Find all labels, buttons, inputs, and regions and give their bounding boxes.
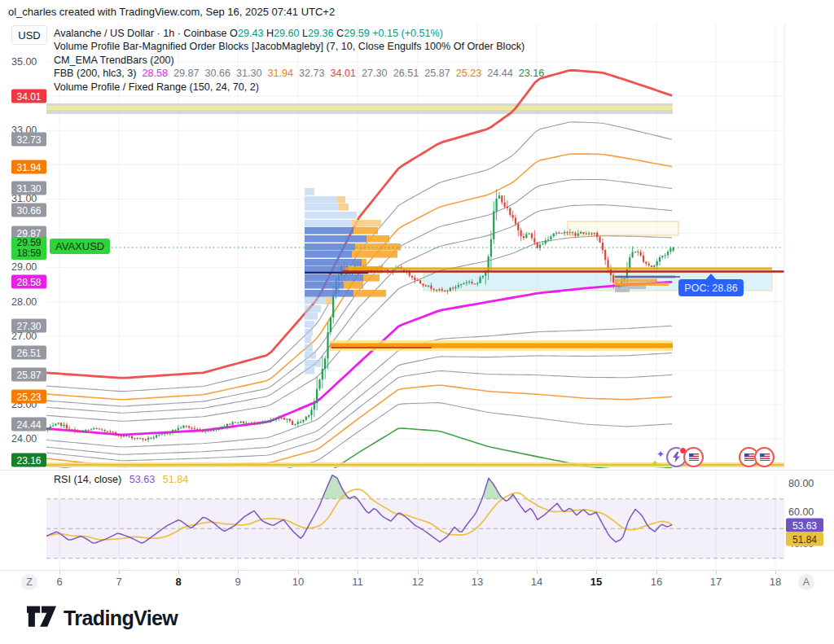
time-axis-label: 7 [116, 576, 121, 588]
price-level-badge: 31.30 [11, 182, 46, 195]
fbb-band-value: 30.66 [205, 68, 231, 79]
rsi-pane[interactable] [0, 471, 834, 570]
tradingview-chart-page: ol_charles created with TradingView.com,… [0, 0, 834, 644]
open-label: O [230, 28, 238, 39]
fbb-band-value: 26.51 [393, 68, 419, 79]
price-level-badge: 24.44 [11, 418, 46, 432]
time-axis-label: 10 [292, 576, 304, 588]
rsi-value: 53.63 [129, 474, 156, 485]
time-axis-tick [178, 571, 179, 574]
time-axis[interactable]: Z6789101112131415161718A [0, 570, 834, 594]
fbb-band-value: 28.58 [143, 68, 169, 79]
lightning-bolt-icon [672, 452, 681, 462]
rsi-label: RSI [54, 474, 71, 485]
pane-divider[interactable] [0, 470, 834, 471]
time-axis-tick [418, 571, 419, 574]
fbb-band-value: 29.87 [173, 68, 200, 79]
legend-indicator-cm-ema[interactable]: CM_EMA TrendBars (200) [54, 54, 544, 67]
time-axis-tick [716, 571, 717, 574]
us-flag-event-icon[interactable] [683, 447, 704, 467]
time-axis-label: 12 [412, 576, 424, 588]
chart-legend: Avalanche / US Dollar · 1h · Coinbase O2… [54, 27, 544, 94]
currency-toggle-button[interactable]: USD [11, 25, 47, 45]
fbb-band-value: 25.87 [424, 68, 450, 79]
change-value: +0.15 (+0.51%) [372, 28, 443, 39]
fbb-band-value: 24.44 [487, 68, 513, 79]
fbb-band-values: 28.5829.8730.6631.3031.9432.7334.0127.30… [137, 68, 545, 79]
symbol-title: Avalanche / US Dollar · 1h · Coinbase [54, 28, 227, 39]
time-axis-tick [656, 571, 657, 574]
fbb-band-value: 23.16 [519, 68, 545, 79]
time-axis-label: 8 [175, 576, 181, 588]
time-axis-tick [238, 571, 239, 574]
price-axis-label: 28.00 [11, 296, 37, 308]
price-level-badge: 27.30 [11, 319, 46, 333]
rsi-canvas [0, 471, 834, 570]
fbb-band-value: 34.01 [331, 68, 357, 79]
rsi-value-badge: 51.84 [786, 532, 823, 546]
high-value: 29.60 [274, 28, 300, 39]
us-flag-icon [760, 453, 770, 461]
sparkle-lime-icon: ✦ [652, 458, 658, 467]
price-level-badge: 31.94 [11, 160, 46, 174]
price-level-badge: 25.23 [11, 390, 46, 404]
tradingview-logo-text: TradingView [64, 607, 178, 630]
tradingview-logo-mark [27, 606, 56, 630]
rsi-value-badge: 53.63 [786, 519, 823, 532]
rsi-axis-label: 60.00 [788, 506, 814, 518]
price-scale-axis[interactable]: 35.0033.0031.0029.0028.0027.0025.0024.00… [0, 0, 46, 644]
time-axis-tick [358, 571, 358, 574]
legend-indicator-fixed-range[interactable]: Volume Profile / Fixed Range (150, 24, 7… [54, 81, 544, 94]
time-axis-tick [119, 571, 120, 574]
fbb-band-value: 31.94 [268, 68, 294, 79]
time-axis-tick [477, 571, 478, 574]
legend-symbol-row[interactable]: Avalanche / US Dollar · 1h · Coinbase O2… [54, 27, 544, 40]
fbb-band-value: 27.30 [362, 68, 388, 79]
symbol-price-line-label: AVAXUSD [50, 239, 110, 254]
rsi-ma-value: 51.84 [163, 474, 189, 485]
time-axis-label: 18 [770, 576, 781, 588]
price-axis-label: 24.00 [11, 433, 37, 445]
current-price-countdown-badge: 29.5918:59 [11, 237, 46, 260]
legend-indicator-fbb[interactable]: FBB (200, hlc3, 3)28.5829.8730.6631.3031… [54, 67, 544, 80]
fbb-band-value: 31.30 [236, 68, 262, 79]
fbb-band-value: 25.23 [456, 68, 482, 79]
attribution-text: ol_charles created with TradingView.com,… [8, 6, 335, 18]
tradingview-logo[interactable]: TradingView [27, 606, 178, 630]
time-axis-label: 6 [56, 576, 62, 588]
time-axis-label: 11 [352, 576, 363, 588]
time-axis-label: 15 [590, 576, 602, 588]
rsi-legend[interactable]: RSI (14, close) 53.63 51.84 [54, 474, 188, 485]
rsi-params: (14, close) [74, 474, 122, 485]
time-axis-label: 14 [531, 576, 542, 588]
high-label: H [266, 28, 274, 39]
price-level-badge: 23.16 [11, 453, 46, 467]
poc-tooltip-text: POC: 28.86 [684, 283, 737, 294]
open-value: 29.43 [238, 28, 264, 39]
price-level-badge: 25.87 [11, 368, 46, 382]
time-axis-label: 9 [235, 576, 240, 588]
time-axis-tick [537, 571, 538, 574]
rsi-axis-label: 80.00 [788, 478, 814, 489]
legend-indicator-volume-profile-ob[interactable]: Volume Profile Bar-Magnified Order Block… [54, 40, 544, 53]
price-level-badge: 34.01 [11, 90, 46, 103]
time-axis-tick [775, 571, 776, 574]
time-axis-label: 17 [710, 576, 722, 588]
poc-tooltip: POC: 28.86 [678, 279, 744, 296]
time-axis-badge[interactable]: A [798, 574, 814, 590]
price-axis-label: 29.00 [11, 261, 37, 273]
us-flag-event-icon-3[interactable] [754, 447, 775, 467]
close-value: 29.59 [344, 28, 370, 39]
poc-tooltip-notch [705, 274, 717, 280]
time-axis-tick [298, 571, 299, 574]
price-level-badge: 26.51 [11, 346, 46, 360]
fbb-label: FBB (200, hlc3, 3) [54, 68, 137, 79]
time-axis-tick [596, 571, 597, 574]
low-value: 29.36 [308, 28, 334, 39]
price-axis-label: 35.00 [11, 56, 37, 68]
price-level-badge: 32.73 [11, 133, 46, 147]
fbb-band-value: 32.73 [299, 68, 325, 79]
close-label: C [336, 28, 344, 39]
us-flag-icon [744, 453, 754, 461]
price-level-badge: 28.58 [11, 275, 46, 289]
